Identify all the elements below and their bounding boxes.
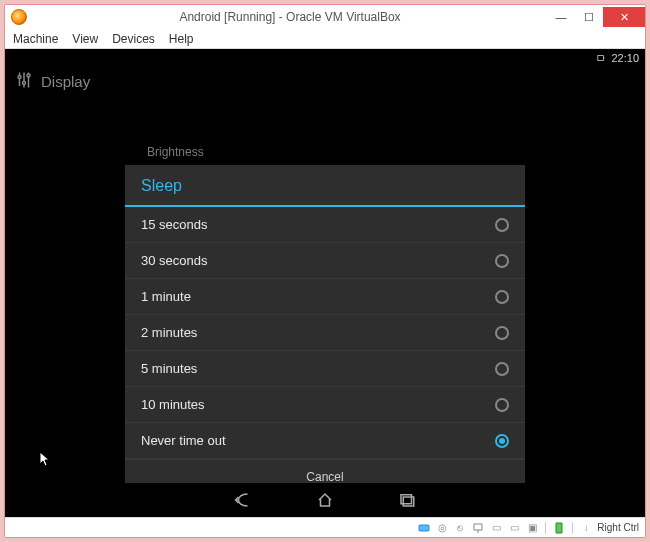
recent-apps-icon[interactable] — [396, 491, 418, 509]
option-label: 2 minutes — [141, 325, 197, 340]
optical-disk-icon[interactable]: ◎ — [435, 521, 449, 535]
sleep-dialog: Sleep 15 seconds 30 seconds 1 minute 2 m… — [125, 165, 525, 494]
settings-header[interactable]: Display — [15, 71, 90, 92]
maximize-button[interactable]: ☐ — [575, 7, 603, 27]
sleep-option-10m[interactable]: 10 minutes — [125, 387, 525, 423]
menu-view[interactable]: View — [72, 32, 98, 46]
radio-icon — [495, 290, 509, 304]
radio-icon — [495, 218, 509, 232]
status-time: 22:10 — [611, 52, 639, 64]
radio-icon — [495, 254, 509, 268]
status-separator — [545, 522, 546, 534]
svg-point-8 — [27, 74, 30, 77]
host-key-label: Right Ctrl — [597, 522, 639, 533]
radio-icon — [495, 362, 509, 376]
menu-devices[interactable]: Devices — [112, 32, 155, 46]
virtualbox-statusbar: ◎ ⎋ ▭ ▭ ▣ ↓ Right Ctrl — [5, 517, 645, 537]
mouse-cursor-icon — [39, 451, 51, 467]
sleep-option-never[interactable]: Never time out — [125, 423, 525, 459]
sleep-option-15s[interactable]: 15 seconds — [125, 207, 525, 243]
window-controls: — ☐ ✕ — [547, 7, 645, 27]
android-status-bar[interactable]: 22:10 — [5, 49, 645, 67]
option-label: 10 minutes — [141, 397, 205, 412]
status-separator — [572, 522, 573, 534]
option-label: 1 minute — [141, 289, 191, 304]
svg-rect-14 — [474, 524, 482, 530]
network-icon[interactable] — [471, 521, 485, 535]
settings-title: Display — [41, 73, 90, 90]
radio-icon-checked — [495, 434, 509, 448]
option-label: 15 seconds — [141, 217, 208, 232]
sleep-option-2m[interactable]: 2 minutes — [125, 315, 525, 351]
usb-icon[interactable]: ⎋ — [453, 521, 467, 535]
option-label: 30 seconds — [141, 253, 208, 268]
menu-help[interactable]: Help — [169, 32, 194, 46]
back-icon[interactable] — [232, 491, 254, 509]
menu-bar: Machine View Devices Help — [5, 29, 645, 49]
window-title: Android [Running] - Oracle VM VirtualBox — [33, 10, 547, 24]
shared-folder-icon[interactable]: ▭ — [489, 521, 503, 535]
recording-icon[interactable]: ▣ — [525, 521, 539, 535]
svg-rect-13 — [419, 525, 429, 531]
svg-point-5 — [23, 82, 26, 85]
sleep-option-30s[interactable]: 30 seconds — [125, 243, 525, 279]
display-icon[interactable]: ▭ — [507, 521, 521, 535]
battery-icon — [597, 54, 605, 62]
brightness-label: Brightness — [147, 145, 204, 159]
option-label: 5 minutes — [141, 361, 197, 376]
android-nav-bar — [5, 483, 645, 517]
radio-icon — [495, 398, 509, 412]
settings-sliders-icon — [15, 71, 33, 92]
virtualbox-window: Android [Running] - Oracle VM VirtualBox… — [4, 4, 646, 538]
svg-rect-1 — [604, 57, 605, 59]
menu-machine[interactable]: Machine — [13, 32, 58, 46]
close-button[interactable]: ✕ — [603, 7, 645, 27]
window-titlebar[interactable]: Android [Running] - Oracle VM VirtualBox… — [5, 5, 645, 29]
dialog-title: Sleep — [125, 165, 525, 205]
option-label: Never time out — [141, 433, 226, 448]
cancel-button[interactable]: Cancel — [306, 470, 343, 484]
sleep-option-5m[interactable]: 5 minutes — [125, 351, 525, 387]
sleep-option-1m[interactable]: 1 minute — [125, 279, 525, 315]
virtualbox-icon — [11, 9, 27, 25]
hard-disk-icon[interactable] — [417, 521, 431, 535]
radio-icon — [495, 326, 509, 340]
home-icon[interactable] — [314, 491, 336, 509]
mouse-integration-icon[interactable] — [552, 521, 566, 535]
minimize-button[interactable]: — — [547, 7, 575, 27]
svg-point-2 — [18, 76, 21, 79]
vm-display[interactable]: 22:10 Display Brightness Sleep 15 second… — [5, 49, 645, 517]
svg-rect-0 — [598, 56, 604, 61]
host-key-indicator-icon[interactable]: ↓ — [579, 521, 593, 535]
